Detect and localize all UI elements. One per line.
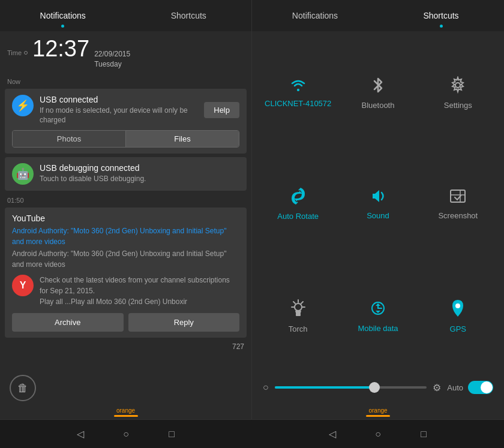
tab-notifications-left[interactable]: Notifications — [0, 0, 126, 31]
usb-title: USB connected — [40, 95, 198, 104]
usb-debug-notification: 🤖 USB debugging connected Touch to disab… — [5, 157, 247, 191]
left-tab-bar: Notifications Shortcuts — [0, 0, 251, 31]
mobiledata-label: Mobile data — [358, 324, 398, 333]
shortcut-settings[interactable]: Settings — [418, 37, 498, 149]
tab-notifications-right[interactable]: Notifications — [252, 0, 378, 31]
android-icon: 🤖 — [12, 163, 34, 185]
bottom-nav: ◁ ○ □ ◁ ○ □ — [0, 419, 504, 448]
shortcut-mobiledata[interactable]: Mobile data — [338, 260, 418, 372]
auto-toggle[interactable] — [468, 381, 493, 394]
brightness-slider[interactable] — [275, 386, 427, 389]
time-row: Time 12:37 22/09/2015 Tuesday — [0, 31, 251, 74]
tab-dot-right — [440, 25, 443, 28]
youtube-icon: Y — [12, 275, 34, 296]
day-text: Tuesday — [94, 59, 130, 70]
back-button-right[interactable]: ◁ — [322, 423, 343, 445]
sound-icon — [369, 188, 387, 208]
archive-button[interactable]: Archive — [12, 313, 124, 332]
usb-debug-title: USB debugging connected — [40, 163, 239, 173]
files-btn[interactable]: Files — [126, 131, 239, 147]
svg-point-1 — [455, 83, 460, 88]
usb-debug-subtitle: Touch to disable USB debugging. — [40, 174, 239, 184]
settings-icon — [449, 76, 467, 97]
notif-count: 727 — [0, 340, 251, 353]
usb-icon: ⚡ — [12, 95, 34, 116]
shortcut-wifi[interactable]: CLICKNET-410572 — [258, 37, 338, 149]
shortcut-bluetooth[interactable]: Bluetooth — [338, 37, 418, 149]
wifi-label: CLICKNET-410572 — [265, 99, 331, 108]
usb-subtitle: If no mode is selected, your device will… — [40, 106, 198, 126]
usb-notification: ⚡ USB connected If no mode is selected, … — [5, 89, 247, 154]
bottom-nav-right: ◁ ○ □ — [252, 419, 504, 448]
yt-line-1: Android Authority: "Moto 360 (2nd Gen) U… — [12, 225, 239, 247]
orange-bar-right: orange — [252, 406, 504, 419]
shortcut-autorotate[interactable]: Auto Rotate — [258, 149, 338, 260]
back-button-left[interactable]: ◁ — [70, 423, 91, 445]
left-panel: Notifications Shortcuts Time 12:37 22/09… — [0, 0, 252, 419]
brightness-fill — [275, 386, 374, 389]
recent-button-left[interactable]: □ — [161, 423, 182, 445]
screenshot-label: Screenshot — [438, 211, 478, 220]
shortcut-sound[interactable]: Sound — [338, 149, 418, 260]
torch-icon — [290, 299, 306, 321]
shortcut-screenshot[interactable]: Screenshot — [418, 149, 498, 260]
tab-dot-left — [61, 25, 64, 28]
shortcut-torch[interactable]: Torch — [258, 260, 338, 372]
yt-body: Check out the latest videos from your ch… — [40, 275, 239, 307]
brightness-low-icon: ○ — [263, 382, 269, 393]
settings-label: Settings — [444, 101, 472, 110]
clock-time: 12:37 — [32, 36, 89, 62]
tab-shortcuts-right[interactable]: Shortcuts — [378, 0, 504, 31]
left-content: Time 12:37 22/09/2015 Tuesday Now — [0, 31, 251, 370]
time-label: Time — [7, 49, 28, 56]
time-display: 12:37 22/09/2015 Tuesday — [32, 36, 130, 70]
brightness-gear-icon[interactable]: ⚙ — [433, 382, 441, 393]
gps-label: GPS — [450, 324, 466, 333]
sound-label: Sound — [367, 211, 389, 220]
wifi-icon — [289, 78, 307, 95]
bluetooth-icon — [371, 76, 385, 97]
time-dot — [24, 51, 28, 55]
youtube-actions: Archive Reply — [12, 313, 239, 332]
yt-line-2: Android Authority: "Moto 360 (2nd Gen) U… — [12, 248, 239, 270]
right-content: CLICKNET-410572 Bluetooth — [252, 31, 504, 406]
right-tab-bar: Notifications Shortcuts — [252, 0, 504, 31]
reply-button[interactable]: Reply — [128, 313, 240, 332]
file-choice: Photos Files — [12, 130, 239, 148]
home-button-right[interactable]: ○ — [367, 423, 389, 445]
now-label: Now — [0, 74, 251, 86]
svg-point-8 — [455, 303, 460, 308]
photos-btn[interactable]: Photos — [13, 131, 125, 147]
right-panel: Notifications Shortcuts — [252, 0, 504, 419]
orange-bar-left: orange — [0, 406, 251, 419]
recent-button-right[interactable]: □ — [413, 423, 434, 445]
torch-label: Torch — [289, 324, 308, 333]
svg-point-0 — [297, 89, 299, 91]
left-footer: 🗑 — [0, 370, 251, 406]
brightness-row: ○ ⚙ Auto — [258, 375, 498, 400]
home-button-left[interactable]: ○ — [115, 423, 137, 445]
brightness-thumb — [369, 382, 380, 393]
auto-label: Auto — [447, 383, 463, 392]
tab-shortcuts-left[interactable]: Shortcuts — [126, 0, 252, 31]
date-block: 22/09/2015 Tuesday — [94, 49, 130, 70]
help-button[interactable]: Help — [204, 102, 239, 118]
auto-toggle-group: Auto — [447, 381, 493, 394]
bluetooth-label: Bluetooth — [362, 101, 395, 110]
shortcuts-grid: CLICKNET-410572 Bluetooth — [258, 37, 498, 372]
youtube-notification: YouTube Android Authority: "Moto 360 (2n… — [5, 208, 247, 338]
trash-button[interactable]: 🗑 — [10, 375, 36, 401]
date-text: 22/09/2015 — [94, 49, 130, 59]
svg-rect-2 — [451, 190, 465, 202]
youtube-title: YouTube — [12, 214, 239, 223]
toggle-knob — [481, 381, 493, 393]
timestamp-label: 01:50 — [0, 193, 251, 205]
svg-rect-5 — [296, 314, 301, 316]
screenshot-icon — [449, 188, 467, 208]
svg-point-6 — [295, 303, 302, 311]
mobiledata-icon — [369, 299, 387, 320]
shortcut-gps[interactable]: GPS — [418, 260, 498, 372]
autorotate-label: Auto Rotate — [277, 212, 319, 221]
gps-icon — [450, 299, 466, 321]
autorotate-icon — [289, 187, 307, 208]
